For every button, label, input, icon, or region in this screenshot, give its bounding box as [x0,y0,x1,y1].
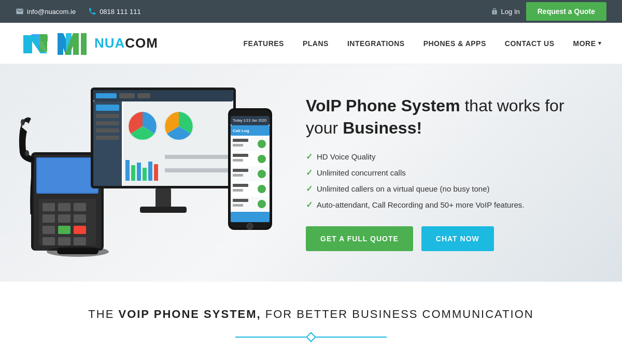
feature-text-3: Unlimited callers on a virtual queue (no… [317,184,490,193]
phone-text: 0818 111 111 [100,8,141,16]
home-icon [16,7,24,16]
feature-text-1: HD Voice Quality [317,152,375,161]
svg-rect-52 [165,155,231,159]
top-bar-right: Log In Request a Quote [491,2,606,21]
svg-point-84 [258,200,266,208]
hero-content: VoIP Phone System that works for your Bu… [285,95,591,251]
svg-rect-42 [96,136,119,140]
login-label: Log In [501,8,520,16]
svg-rect-57 [140,207,187,213]
svg-rect-74 [233,169,248,172]
svg-rect-9 [81,33,87,55]
svg-point-68 [258,140,266,148]
svg-rect-30 [57,248,98,254]
below-title-bold: VOIP PHONE SYSTEM, [118,308,261,321]
feature-item-3: ✓ Unlimited callers on a virtual queue (… [306,184,591,194]
svg-rect-41 [96,128,119,133]
svg-rect-75 [233,174,243,177]
hero-title-bold: VoIP Phone System [306,96,460,115]
top-bar-left: info@nuacom.ie 0818 111 111 [16,7,141,16]
svg-point-80 [258,185,266,193]
svg-rect-55 [165,175,231,179]
svg-rect-46 [125,160,130,181]
divider-right-line [314,337,387,338]
svg-point-76 [258,170,266,178]
svg-rect-53 [165,162,231,166]
phone-icon [88,7,96,16]
svg-point-86 [247,223,253,229]
nav-phones-apps[interactable]: PHONES & APPS [423,39,486,48]
svg-rect-40 [96,121,119,125]
below-hero-section: THE VOIP PHONE SYSTEM, FOR BETTER BUSINE… [0,282,622,356]
svg-rect-70 [233,154,248,157]
svg-rect-66 [233,139,248,142]
divider-diamond [306,332,316,342]
section-divider [10,333,612,341]
hero-section: Today 1/13 Jan 2020 Call Log [0,64,622,282]
feature-text-4: Auto-attendant, Call Recording and 50+ m… [317,200,524,209]
svg-rect-16 [58,203,70,211]
nav-plans[interactable]: PLANS [303,39,329,48]
svg-rect-25 [58,237,70,245]
svg-rect-47 [131,165,135,181]
check-icon-2: ✓ [306,168,313,178]
request-quote-button[interactable]: Request a Quote [526,2,606,21]
logo-graphic [56,30,88,57]
get-quote-button[interactable]: GET A FULL QUOTE [306,226,413,251]
svg-rect-38 [96,105,119,111]
hero-buttons: GET A FULL QUOTE CHAT NOW [306,226,591,251]
check-icon-4: ✓ [306,200,313,210]
feature-item-2: ✓ Unlimited concurrent calls [306,168,591,178]
lock-icon [491,8,498,15]
svg-rect-15 [43,203,55,211]
svg-rect-49 [143,168,147,181]
divider-left-line [235,337,308,338]
svg-rect-54 [165,168,231,172]
svg-rect-83 [233,204,243,207]
below-title-part1: THE [88,308,118,321]
svg-point-28 [25,150,29,156]
below-title-part2: FOR BETTER BUSINESS COMMUNICATION [261,308,534,321]
svg-rect-85 [231,212,270,222]
svg-rect-35 [119,93,135,98]
hero-features-list: ✓ HD Voice Quality ✓ Unlimited concurren… [306,152,591,210]
email-text: info@nuacom.ie [27,8,76,16]
email-contact: info@nuacom.ie [16,7,76,16]
svg-text:Call Log: Call Log [233,128,249,133]
below-hero-title: THE VOIP PHONE SYSTEM, FOR BETTER BUSINE… [10,308,612,321]
hero-image: Today 1/13 Jan 2020 Call Log [16,85,285,261]
svg-rect-34 [96,93,117,98]
phone-contact: 0818 111 111 [88,7,141,16]
svg-rect-26 [74,237,86,245]
svg-rect-56 [156,188,171,209]
svg-text:Today 1/13 Jan 2020: Today 1/13 Jan 2020 [233,119,266,123]
hero-title: VoIP Phone System that works for your Bu… [306,95,591,139]
svg-rect-22 [58,226,70,234]
logo-nua: NUA [94,35,125,51]
svg-rect-18 [43,214,55,223]
svg-rect-24 [43,237,55,245]
chat-now-button[interactable]: CHAT NOW [421,226,494,251]
feature-item-4: ✓ Auto-attendant, Call Recording and 50+… [306,200,591,210]
svg-point-27 [21,119,25,125]
monitor-illustration [88,85,238,225]
svg-rect-23 [74,226,86,234]
nav-features[interactable]: FEATURES [244,39,284,48]
logo-text-area: NUACOM [94,35,158,51]
login-button[interactable]: Log In [491,8,520,16]
svg-rect-17 [74,203,86,211]
svg-rect-67 [233,144,243,147]
nav-integrations[interactable]: INTEGRATIONS [347,39,405,48]
nav-links: FEATURES PLANS INTEGRATIONS PHONES & APP… [244,39,601,48]
nav-more[interactable]: MORE ▾ [573,39,602,48]
svg-rect-19 [58,214,70,223]
svg-point-72 [258,155,266,163]
svg-rect-39 [96,114,119,118]
svg-rect-48 [137,163,141,181]
check-icon-1: ✓ [306,152,313,162]
nav-contact-us[interactable]: CONTACT US [505,39,555,48]
logo[interactable]: N NUACOM [21,30,158,57]
top-bar: info@nuacom.ie 0818 111 111 Log In Reque… [0,0,622,23]
svg-rect-36 [137,93,150,98]
mobile-phone-illustration: Today 1/13 Jan 2020 Call Log [225,106,275,232]
